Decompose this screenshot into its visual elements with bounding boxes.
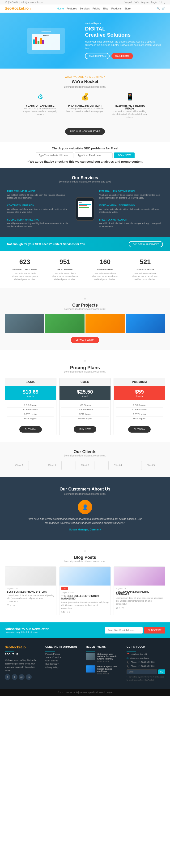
- stat-website-label: WEBSITE SETUP: [131, 268, 159, 271]
- footer: SeoRocket.io About Us We have been craft…: [0, 638, 170, 689]
- hero-demo-btn[interactable]: ONLINE DEMO: [111, 53, 133, 59]
- nav-features[interactable]: Features: [67, 7, 77, 10]
- blog-post-3[interactable]: August 5, 2017 USA 1500 EMAIL MARKETING …: [113, 566, 165, 616]
- footer-recent-title: Recent Views: [86, 645, 122, 648]
- pricing-premium-features: 1 GB Storage 1 GB Bandwidth 5 FTP Logins…: [114, 400, 165, 424]
- testimonial-avatar: 👤: [78, 500, 92, 514]
- client-logo-2: Client 2: [43, 461, 62, 470]
- footer-link-privacy[interactable]: Privacy Policy: [45, 666, 81, 669]
- blog-subtitle: Lorem ipsum dolor sit amet consectetur.: [5, 560, 165, 563]
- service-internal: INTERNAL LINK OPTIMIZATION You have a po…: [97, 188, 165, 202]
- blog-post-2-title: THE BEST COLLEGES TO STUDY MARKETING: [61, 595, 109, 600]
- footer-link-pricing[interactable]: Plans & Pricing: [45, 653, 81, 655]
- premium-feature-2: 1 GB Bandwidth: [116, 407, 163, 412]
- services-center: SEO: [75, 197, 95, 221]
- linkedin-icon[interactable]: in: [26, 674, 32, 680]
- nav-home[interactable]: Home: [57, 7, 64, 10]
- contact-newsletter-form: GO: [127, 670, 165, 674]
- recent-title-2: Website Speed and Search Engine Rankings: [97, 665, 122, 673]
- facebook-icon[interactable]: f: [5, 674, 10, 680]
- feature-responsive: 📱 RESPONSIVE & RETINA READY Our work is …: [111, 93, 149, 124]
- service-social: SOCIAL MEDIA MARKETING We will generate …: [5, 216, 73, 230]
- projects-btn[interactable]: VIEW ALL WORK: [71, 337, 99, 343]
- contact-address: 📍 Location: LA, US: [127, 653, 165, 655]
- recent-title-1: Optimizing your Website for Search Engin…: [97, 653, 122, 660]
- google-icon[interactable]: g+: [19, 674, 25, 680]
- seo-note: * We agree that by checking this we can …: [5, 160, 165, 163]
- blog-post-1[interactable]: August 5, 2017 BEST BUSINESS PHONE SYSTE…: [5, 566, 57, 616]
- hero-caption-btn[interactable]: ONLINE CAPTion: [85, 53, 109, 59]
- clients-subtitle: Lorem ipsum dolor sit amet consectetur.: [5, 454, 165, 457]
- blog-post-3-excerpt: Lorem ipsum dolor sit amet consectetur a…: [116, 597, 163, 606]
- google-icon[interactable]: g: [164, 1, 165, 4]
- rocket-subtitle: WHAT WE ARE AS A COMPANY: [5, 75, 165, 78]
- login-link[interactable]: Login: [151, 1, 157, 4]
- pricing-basic-price-box: $10.69 /month: [5, 386, 56, 400]
- watch-screen: SEO: [78, 201, 92, 217]
- support-link[interactable]: Support: [124, 1, 132, 4]
- stat-website-number: 521: [131, 258, 159, 266]
- projects-cta: VIEW ALL WORK: [5, 337, 165, 343]
- nav-blog[interactable]: Blog: [103, 7, 108, 10]
- blog-post-2[interactable]: HOT August 5, 2017 THE BEST COLLEGES TO …: [59, 566, 111, 616]
- nav-store[interactable]: Store: [125, 7, 131, 10]
- blog-post-2-image: [60, 567, 111, 586]
- seo-url-input[interactable]: [36, 152, 73, 158]
- stat-members-text: Dum enim erat molestie viverra tortor. I…: [91, 272, 119, 281]
- cold-buy-btn[interactable]: BUY NOW: [74, 426, 96, 433]
- footer-link-company[interactable]: Our Company: [45, 663, 81, 665]
- banner-cta-btn[interactable]: EXPLORE OUR SERVICES: [129, 241, 163, 247]
- pricing-basic-amount: $10.69: [7, 389, 54, 395]
- nav-services[interactable]: Services: [80, 7, 90, 10]
- project-item-4[interactable]: [126, 314, 165, 333]
- expertise-icon: ⚙: [35, 93, 45, 102]
- feature-expertise-title: YEARS OF EXPERTISE: [21, 104, 59, 107]
- seo-scan-btn[interactable]: SCAN NOW: [114, 152, 135, 158]
- twitter-icon[interactable]: t: [162, 1, 162, 4]
- footer-email-input[interactable]: [127, 670, 157, 674]
- project-item-2[interactable]: [45, 314, 84, 333]
- contact-phone2: 📞 Phone: +1 334 393 23 31: [127, 665, 165, 668]
- feature-investment: 💰 PROFITABLE INVESTMENT This company is …: [66, 93, 104, 124]
- comment-icon: 💬 0: [7, 604, 11, 606]
- newsletter-title: Subscribe to our Newsletter: [5, 627, 48, 631]
- newsletter-section: Subscribe to our Newsletter Subscribe to…: [0, 622, 170, 638]
- faq-link[interactable]: FAQ: [134, 1, 139, 4]
- hero-section: Dashboard Analytics We Are Experts DIGIT…: [0, 13, 170, 68]
- basic-buy-btn[interactable]: BUY NOW: [20, 426, 42, 433]
- site-logo[interactable]: SeoRocket.io ♦: [5, 6, 31, 11]
- nav-icons: 🔍 🛒: [157, 7, 165, 10]
- rocket-cta-btn[interactable]: FIND OUT HOW WE START: [65, 128, 105, 135]
- pricing-premium-period: /month: [116, 395, 163, 397]
- testimonials-title: Our Customers About Us: [7, 487, 163, 492]
- project-item-3[interactable]: [86, 314, 125, 333]
- nav-pricing[interactable]: Pricing: [93, 7, 101, 10]
- twitter-icon[interactable]: t: [12, 674, 18, 680]
- register-link[interactable]: Register: [140, 1, 149, 4]
- stat-customers-label: SATISFIED CUSTOMERS: [11, 268, 39, 271]
- cold-feature-2: 1 GB Bandwidth: [61, 407, 109, 412]
- cart-icon[interactable]: 🛒: [162, 7, 165, 10]
- service-content: CONTENT SUBMISSION We will post and shar…: [5, 202, 73, 216]
- testimonial-quote: "We have had a very product and service …: [26, 517, 144, 525]
- premium-buy-btn[interactable]: BUY NOW: [128, 426, 151, 433]
- premium-feature-1: 1 GB Storage: [116, 403, 163, 407]
- footer-link-features[interactable]: Our Features: [45, 659, 81, 662]
- project-item-1[interactable]: [5, 314, 44, 333]
- footer-link-terms[interactable]: Terms of Service: [45, 656, 81, 658]
- newsletter-subscribe-btn[interactable]: SUBSCRIBE: [144, 627, 165, 633]
- blog-post-2-excerpt: Lorem ipsum dolor sit amet consectetur a…: [61, 601, 109, 610]
- search-icon[interactable]: 🔍: [157, 7, 160, 10]
- recent-author-1: Henry Ahmed: [97, 660, 122, 663]
- footer-subscribe-btn[interactable]: GO: [158, 670, 165, 674]
- pricing-basic-features: 1 GB Storage 1 GB Bandwidth 5 FTP Logins…: [5, 400, 56, 424]
- contact-note: * I agree that by submitting this form I…: [127, 676, 165, 682]
- topbar-actions: Support FAQ Register Login f t g: [124, 1, 165, 4]
- seo-email-input[interactable]: [75, 152, 113, 158]
- topbar-email: info@seorocket.com: [22, 1, 43, 4]
- main-nav: SeoRocket.io ♦ Home Features Services Pr…: [0, 4, 170, 13]
- newsletter-email-input[interactable]: [105, 627, 143, 633]
- facebook-icon[interactable]: f: [159, 1, 160, 4]
- nav-products[interactable]: Products: [111, 7, 122, 10]
- footer-about-text: We have been crafting this for the best …: [5, 658, 41, 672]
